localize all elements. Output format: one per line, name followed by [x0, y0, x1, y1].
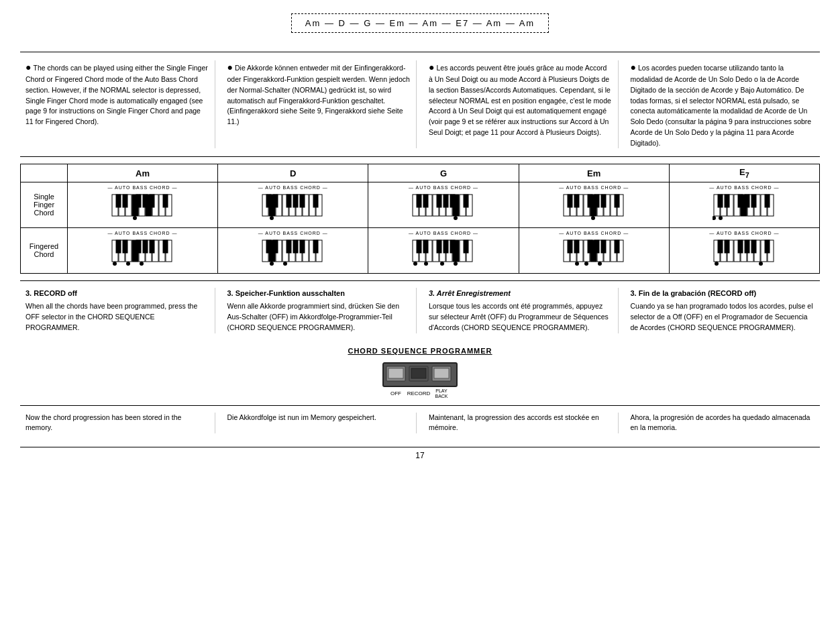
svg-point-134 — [454, 262, 458, 266]
em-sfc-piano: — AUTO BASS CHORD — — [523, 185, 665, 225]
svg-rect-25 — [266, 195, 271, 207]
svg-rect-91 — [123, 240, 127, 253]
col-header-em: Em — [519, 164, 669, 182]
col-header-am: Am — [68, 164, 218, 182]
d-fc-cell: — AUTO BASS CHORD — — [218, 227, 368, 273]
svg-rect-93 — [143, 240, 148, 253]
svg-rect-167 — [765, 240, 770, 253]
svg-rect-165 — [745, 240, 749, 253]
g-fc-cell: — AUTO BASS CHORD — — [368, 227, 519, 273]
svg-rect-147 — [594, 240, 599, 253]
svg-rect-75 — [738, 195, 743, 207]
bottom-text-1: When all the chords have been programmed… — [25, 302, 197, 331]
svg-point-133 — [440, 262, 444, 266]
footer-col-2: Die Akkordfolge ist nun im Memory gespei… — [222, 413, 417, 434]
svg-rect-77 — [751, 195, 756, 207]
selector-box: OFF RECORD PLAY BACK — [380, 362, 460, 398]
d-sfc-abc-label: — AUTO BASS CHORD — — [258, 185, 328, 190]
e7-fc-abc-label: — AUTO BASS CHORD — — [709, 231, 779, 235]
footer-text-1: Now the chord progression has been store… — [25, 413, 181, 432]
svg-point-31 — [270, 216, 274, 220]
svg-rect-76 — [745, 195, 749, 207]
svg-point-63 — [591, 216, 595, 220]
svg-rect-73 — [718, 195, 723, 207]
svg-rect-45 — [450, 195, 455, 207]
col-header-e7: E7 — [669, 164, 819, 182]
svg-rect-58 — [574, 195, 579, 207]
bottom-columns: 3. RECORD off When all the chords have b… — [20, 280, 820, 340]
am-sfc-piano: — AUTO BASS CHORD — — [72, 185, 213, 225]
e7-fc-cell: — AUTO BASS CHORD — — [669, 227, 819, 273]
selector-area: OFF RECORD PLAY BACK — [20, 362, 820, 398]
svg-text:BACK: BACK — [435, 394, 448, 398]
fc-row: FingeredChord — AUTO BASS CHORD — — [21, 227, 820, 273]
svg-rect-113 — [313, 240, 318, 253]
bottom-text-4: Cuando ya se han programado todos los ac… — [631, 302, 813, 331]
svg-rect-166 — [751, 240, 756, 253]
g-fc-abc-label: — AUTO BASS CHORD — — [409, 231, 478, 235]
svg-text:OFF: OFF — [390, 390, 401, 396]
intro-col-3: ●Les accords peuvent être joués grâce au… — [423, 60, 619, 148]
g-sfc-svg — [411, 191, 475, 225]
col-header-d: D — [218, 164, 368, 182]
bottom-col-1: 3. RECORD off When all the chords have b… — [20, 288, 215, 333]
chord-sequence-row: Am — D — G — Em — Am — E7 — Am — Am — [20, 13, 820, 42]
e7-sfc-abc-label: — AUTO BASS CHORD — — [709, 185, 779, 190]
svg-point-152 — [598, 262, 602, 266]
svg-point-168 — [715, 262, 719, 266]
d-fc-abc-label: — AUTO BASS CHORD — — [258, 231, 328, 235]
footer-col-1: Now the chord progression has been store… — [20, 413, 215, 434]
svg-rect-95 — [163, 240, 168, 253]
bottom-heading-3: 3. Arrêt Enregistrement — [429, 288, 613, 299]
svg-rect-109 — [273, 240, 278, 253]
bottom-col-3: 3. Arrêt Enregistrement Lorsque tous les… — [423, 288, 619, 333]
svg-text:RECORD: RECORD — [407, 390, 431, 396]
chord-sequence-text: Am — D — G — Em — Am — E7 — Am — Am — [305, 18, 535, 28]
intro-col-1: ●The chords can be played using either t… — [20, 60, 215, 148]
svg-rect-46 — [464, 195, 468, 207]
footer-text-3: Maintenant, la progression des accords e… — [429, 413, 599, 432]
svg-rect-174 — [411, 368, 426, 378]
svg-rect-59 — [588, 195, 592, 207]
svg-rect-62 — [615, 195, 619, 207]
svg-rect-111 — [293, 240, 298, 253]
svg-rect-27 — [286, 195, 291, 207]
center-label: CHORD SEQUENCE PROGRAMMER — [20, 347, 820, 355]
svg-rect-145 — [574, 240, 579, 253]
svg-rect-57 — [568, 195, 572, 207]
col-header-g: G — [368, 164, 519, 182]
footer-text-4: Ahora, la progresión de acordes ha queda… — [631, 413, 810, 432]
intro-text-4: Los acordes pueden tocarse utilizando ta… — [631, 64, 812, 147]
g-sfc-cell: — AUTO BASS CHORD — — [368, 182, 519, 227]
em-fc-svg — [562, 237, 626, 270]
svg-rect-43 — [437, 195, 441, 207]
am-sfc-cell: — AUTO BASS CHORD — — [68, 182, 218, 227]
am-sfc-abc-label: — AUTO BASS CHORD — — [108, 185, 178, 190]
svg-point-80 — [719, 216, 723, 220]
d-sfc-cell: — AUTO BASS CHORD — — [218, 182, 368, 227]
bullet-2: ● — [227, 62, 233, 72]
bottom-col-2: 3. Speicher-Funktion ausschalten Wenn al… — [222, 288, 417, 333]
svg-rect-28 — [293, 195, 298, 207]
svg-rect-163 — [725, 240, 729, 253]
bottom-heading-2: 3. Speicher-Funktion ausschalten — [227, 288, 411, 299]
svg-rect-14 — [163, 195, 168, 207]
em-sfc-abc-label: — AUTO BASS CHORD — — [559, 185, 629, 190]
col-header-empty — [21, 164, 68, 182]
svg-point-98 — [140, 262, 144, 266]
svg-point-97 — [126, 262, 130, 266]
am-sfc-svg — [111, 191, 174, 225]
g-fc-piano: — AUTO BASS CHORD — — [372, 231, 514, 270]
em-fc-piano: — AUTO BASS CHORD — — [523, 231, 665, 270]
svg-rect-92 — [136, 240, 141, 253]
bottom-text-2: Wenn alle Akkorde programmiert sind, drü… — [227, 302, 400, 331]
svg-rect-30 — [313, 195, 318, 207]
d-sfc-svg — [261, 191, 325, 225]
bottom-text-3: Lorsque tous les accords ont été program… — [429, 302, 609, 331]
footer-col-4: Ahora, la progresión de acordes ha queda… — [625, 413, 821, 434]
svg-point-150 — [575, 262, 579, 266]
svg-rect-10 — [123, 195, 127, 207]
em-fc-abc-label: — AUTO BASS CHORD — — [559, 231, 629, 235]
svg-rect-90 — [116, 240, 121, 253]
g-sfc-abc-label: — AUTO BASS CHORD — — [409, 185, 478, 190]
